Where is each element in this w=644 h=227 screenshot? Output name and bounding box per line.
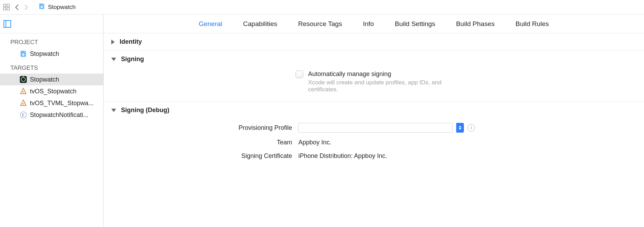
svg-point-7 bbox=[22, 53, 25, 56]
svg-point-12 bbox=[22, 103, 24, 105]
identity-disclosure-header[interactable]: Identity bbox=[111, 38, 636, 45]
tab-capabilities[interactable]: Capabilities bbox=[243, 20, 277, 28]
tab-build-settings[interactable]: Build Settings bbox=[395, 20, 435, 28]
auto-manage-signing-label: Automatically manage signing bbox=[308, 70, 468, 78]
identity-section: Identity bbox=[104, 33, 644, 51]
target-row-notification-extension[interactable]: E StopwatchNotificati... bbox=[0, 109, 103, 121]
app-target-icon bbox=[19, 76, 27, 83]
app-placeholder-icon bbox=[19, 99, 27, 107]
tab-build-rules[interactable]: Build Rules bbox=[515, 20, 549, 28]
signing-section: Signing Automatically manage signing Xco… bbox=[104, 51, 644, 102]
tab-resource-tags[interactable]: Resource Tags bbox=[298, 20, 342, 28]
svg-rect-10 bbox=[23, 76, 24, 77]
chevron-down-icon bbox=[459, 128, 461, 130]
chevron-down-icon bbox=[111, 109, 116, 112]
svg-text:E: E bbox=[22, 113, 24, 117]
signing-title: Signing bbox=[121, 56, 144, 63]
svg-point-11 bbox=[22, 91, 24, 93]
provisioning-profile-dropdown[interactable] bbox=[298, 123, 453, 133]
target-label: tvOS_Stopwatch bbox=[30, 88, 77, 95]
target-label: StopwatchNotificati... bbox=[30, 111, 88, 119]
svg-rect-0 bbox=[3, 4, 6, 7]
sidebar-toggle-icon[interactable] bbox=[3, 20, 11, 28]
project-navigator-sidebar: PROJECT Stopwatch TARGETS Stopwatch tvOS… bbox=[0, 15, 104, 227]
tab-info[interactable]: Info bbox=[363, 20, 374, 28]
chevron-right-icon bbox=[111, 40, 115, 44]
target-label: tvOS_TVML_Stopwa... bbox=[30, 100, 94, 107]
info-icon[interactable]: i bbox=[467, 124, 475, 132]
chevron-up-icon bbox=[459, 126, 461, 127]
project-section-header: PROJECT bbox=[0, 37, 103, 48]
signing-debug-disclosure-header[interactable]: Signing (Debug) bbox=[111, 107, 636, 114]
auto-manage-signing-checkbox[interactable] bbox=[296, 70, 303, 78]
svg-point-5 bbox=[41, 6, 43, 8]
editor-tabs: General Capabilities Resource Tags Info … bbox=[104, 15, 644, 33]
identity-title: Identity bbox=[120, 38, 142, 45]
target-row-tvos-tvml[interactable]: tvOS_TVML_Stopwa... bbox=[0, 97, 103, 109]
signing-debug-section: Signing (Debug) Provisioning Profile bbox=[104, 102, 644, 168]
nav-forward-button[interactable] bbox=[23, 4, 29, 10]
nav-back-button[interactable] bbox=[14, 4, 20, 10]
svg-rect-2 bbox=[3, 8, 6, 10]
extension-target-icon: E bbox=[19, 111, 27, 119]
svg-rect-3 bbox=[7, 8, 9, 10]
project-row-stopwatch[interactable]: Stopwatch bbox=[0, 48, 103, 60]
signing-disclosure-header[interactable]: Signing bbox=[111, 56, 636, 63]
targets-section-header: TARGETS bbox=[0, 62, 103, 74]
project-file-icon bbox=[38, 3, 45, 11]
breadcrumb-title[interactable]: Stopwatch bbox=[48, 4, 75, 11]
target-label: Stopwatch bbox=[30, 76, 59, 83]
target-row-stopwatch[interactable]: Stopwatch bbox=[0, 74, 103, 85]
auto-manage-signing-description: Xcode will create and update profiles, a… bbox=[308, 79, 468, 93]
target-row-tvos-stopwatch[interactable]: tvOS_Stopwatch bbox=[0, 85, 103, 97]
signing-debug-title: Signing (Debug) bbox=[121, 107, 169, 114]
provisioning-profile-label: Provisioning Profile bbox=[111, 124, 292, 132]
signing-certificate-value: iPhone Distribution: Appboy Inc. bbox=[298, 152, 387, 160]
related-items-icon[interactable] bbox=[3, 3, 10, 11]
signing-certificate-label: Signing Certificate bbox=[111, 152, 292, 160]
project-label: Stopwatch bbox=[30, 50, 59, 58]
team-value: Appboy Inc. bbox=[298, 139, 331, 146]
project-file-icon bbox=[19, 50, 27, 58]
top-navigation-bar: Stopwatch bbox=[0, 0, 644, 15]
tab-general[interactable]: General bbox=[199, 20, 222, 28]
team-label: Team bbox=[111, 139, 292, 146]
app-placeholder-icon bbox=[19, 87, 27, 95]
editor-area: General Capabilities Resource Tags Info … bbox=[104, 15, 644, 227]
svg-rect-1 bbox=[7, 4, 9, 7]
chevron-down-icon bbox=[111, 58, 116, 61]
tab-build-phases[interactable]: Build Phases bbox=[456, 20, 495, 28]
dropdown-stepper-icon[interactable] bbox=[456, 123, 464, 133]
